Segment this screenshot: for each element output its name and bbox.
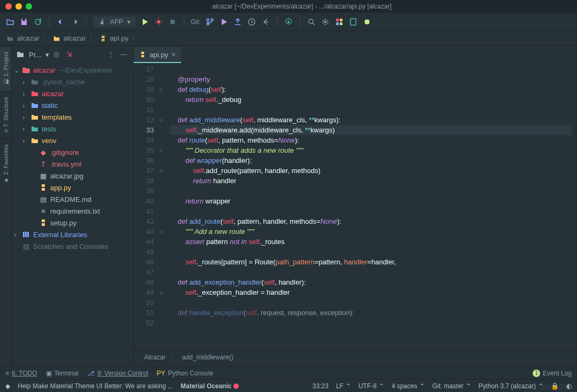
tree-item[interactable]: ◆.gitignore	[12, 146, 133, 158]
tree-scratches[interactable]: ▧ Scratches and Consoles	[12, 240, 133, 252]
project-icon	[16, 50, 25, 59]
minimize-window-icon[interactable]	[15, 3, 22, 10]
redo-icon[interactable]	[70, 17, 80, 27]
status-python-interpreter[interactable]: Python 3.7 (alcazar) ⌃	[479, 382, 543, 390]
folder-icon	[30, 136, 39, 145]
tree-item[interactable]: ›tests	[12, 123, 133, 135]
status-bar: ◆ Help Make Material Theme UI Better: We…	[0, 379, 577, 392]
event-log-button[interactable]: 1 Event Log	[533, 370, 572, 377]
chevron-right-icon: ›	[22, 113, 28, 121]
code-editor[interactable]: 2728293031323334353637383940414243444546…	[134, 63, 577, 350]
git-history-icon[interactable]	[247, 17, 256, 27]
tree-external-libraries[interactable]: › External Libraries	[12, 229, 133, 240]
grid-icon[interactable]	[334, 17, 344, 27]
txt-icon: ≡	[39, 207, 48, 215]
tab-project[interactable]: ◧ 1: Project	[0, 46, 11, 91]
svg-point-16	[103, 40, 104, 41]
git-revert-icon[interactable]	[261, 17, 270, 27]
status-cursor-pos[interactable]: 33:23	[313, 382, 329, 390]
run-icon[interactable]	[140, 17, 150, 27]
tree-item[interactable]: ≡requirements.txt	[12, 205, 133, 217]
panel-header: Pr...▾ ◎ ⇲ ⋮ —	[12, 46, 133, 63]
undo-icon[interactable]	[56, 17, 66, 27]
library-icon	[22, 230, 30, 239]
search-icon[interactable]	[307, 17, 316, 27]
titlebar: alcazar [~/DevExperiments/alcazar] - ...…	[0, 0, 577, 13]
breadcrumb-item[interactable]: alcazar	[64, 34, 86, 42]
project-panel: Pr...▾ ◎ ⇲ ⋮ — ⌄ alcazar ~/DevExperimen …	[12, 46, 134, 366]
context-method[interactable]: add_middleware()	[182, 354, 233, 361]
tree-item[interactable]: ›templates	[12, 111, 133, 123]
tree-item[interactable]: setup.py	[12, 217, 133, 229]
tab-favorites[interactable]: ★ 2: Favorites	[0, 138, 11, 189]
svg-point-9	[324, 21, 326, 23]
puzzle-icon[interactable]	[362, 17, 372, 27]
tree-item[interactable]: app.py	[12, 182, 133, 193]
status-line-ending[interactable]: LF ⌃	[336, 382, 351, 390]
traffic-lights	[5, 3, 32, 10]
tree-item[interactable]: ›.pytest_cache	[12, 76, 133, 88]
status-encoding[interactable]: UTF-8 ⌃	[358, 382, 384, 390]
tree-item[interactable]: ›static	[12, 99, 133, 111]
run-config-label: APP	[110, 18, 123, 26]
save-icon[interactable]	[19, 17, 29, 27]
menu-icon[interactable]: ⋮	[107, 50, 116, 59]
tab-todo[interactable]: ≡ 6: TODO	[5, 370, 37, 377]
tree-item-label: alcazar	[42, 90, 64, 98]
close-tab-icon[interactable]: ×	[171, 50, 176, 59]
tab-version-control[interactable]: ⎇ 9: Version Control	[87, 370, 148, 377]
debug-icon[interactable]	[154, 17, 163, 27]
tree-item[interactable]: ›alcazar	[12, 88, 133, 99]
tree-item[interactable]: ›venv	[12, 135, 133, 146]
status-indent[interactable]: 4 spaces ⌃	[392, 382, 425, 390]
tree-item-label: External Libraries	[33, 231, 87, 239]
tree-item[interactable]: ▤README.md	[12, 193, 133, 205]
settings-icon[interactable]	[284, 17, 293, 27]
svg-rect-17	[23, 232, 25, 237]
tree-item-label: README.md	[50, 195, 91, 203]
svg-rect-11	[340, 19, 342, 21]
folder-icon	[53, 35, 60, 42]
svg-point-7	[309, 19, 313, 23]
tree-item[interactable]: ▦alcazar.jpg	[12, 170, 133, 182]
collapse-icon[interactable]: ⇲	[66, 50, 75, 59]
svg-point-3	[211, 19, 213, 21]
close-window-icon[interactable]	[5, 3, 12, 10]
maximize-window-icon[interactable]	[26, 3, 32, 10]
tab-terminal[interactable]: ▣ Terminal	[46, 370, 79, 377]
tree-item-label: tests	[42, 125, 56, 133]
py-icon	[39, 218, 48, 227]
svg-rect-19	[27, 232, 29, 237]
context-class[interactable]: Alcazar	[144, 354, 166, 361]
target-icon[interactable]	[321, 17, 330, 27]
tab-structure[interactable]: ≡ 7: Structure	[0, 91, 11, 138]
code-content[interactable]: @property def debug(self): return self._…	[165, 63, 577, 350]
refresh-icon[interactable]	[33, 17, 43, 27]
tab-python-console[interactable]: PY Python Console	[157, 370, 213, 377]
tree-item-label: .gitignore	[50, 148, 79, 156]
device-icon[interactable]	[348, 17, 358, 27]
git-commit-icon[interactable]	[219, 17, 229, 27]
svg-rect-1	[170, 20, 175, 24]
status-git-branch[interactable]: Git: master ⌃	[432, 382, 471, 390]
breadcrumb-file[interactable]: api.py	[110, 34, 129, 42]
svg-rect-18	[25, 232, 27, 237]
editor-tab[interactable]: api.py ×	[134, 47, 181, 63]
status-diamond-icon[interactable]: ◆	[5, 382, 10, 390]
stop-icon[interactable]	[168, 17, 177, 27]
minimize-panel-icon[interactable]: —	[120, 50, 129, 59]
tree-root[interactable]: ⌄ alcazar ~/DevExperimen	[12, 64, 133, 76]
git-branch-icon[interactable]	[205, 17, 215, 27]
run-config-dropdown[interactable]: APP ▾	[93, 17, 136, 27]
img-icon: ▦	[39, 171, 48, 180]
chevron-right-icon: ›	[14, 231, 19, 239]
tree-item[interactable]: T.travis.yml	[12, 158, 133, 170]
folder-icon	[30, 89, 39, 98]
status-theme[interactable]: Material Oceanic	[181, 382, 239, 390]
chevron-down-icon: ▾	[127, 18, 130, 26]
open-icon[interactable]	[5, 17, 15, 27]
navigation-breadcrumb: alcazar 〉 alcazar 〉 api.py 〉	[0, 31, 577, 46]
target-icon[interactable]: ◎	[53, 50, 62, 59]
breadcrumb-root[interactable]: alcazar	[17, 34, 40, 42]
git-update-icon[interactable]	[233, 17, 243, 27]
